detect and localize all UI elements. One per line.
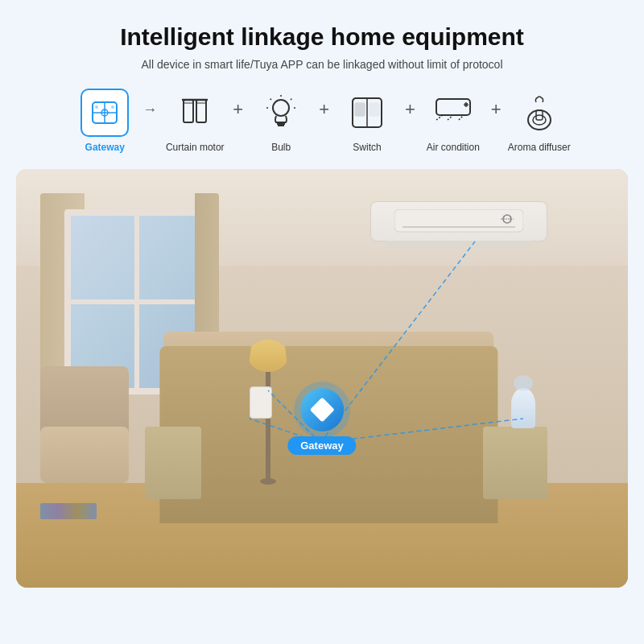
svg-point-5 [111, 105, 114, 109]
wall-switch [250, 386, 272, 419]
svg-rect-21 [355, 103, 365, 116]
ac-icon [394, 209, 523, 233]
svg-rect-23 [436, 99, 470, 115]
bulb-label: Bulb [271, 142, 291, 153]
device-air-condition: Air condition [417, 89, 489, 153]
aroma-diffuser-icon-wrap [515, 89, 564, 137]
books [40, 503, 97, 519]
switch-label: Switch [353, 142, 381, 153]
svg-point-4 [95, 105, 98, 109]
plus-4: + [491, 99, 502, 120]
nightstand-left [145, 427, 201, 499]
gateway-diamond [309, 397, 334, 422]
lamp-base [260, 478, 276, 485]
armchair-seat [40, 427, 129, 483]
curtain-motor-icon [177, 95, 213, 130]
gateway-circle [300, 388, 344, 431]
switch-icon [349, 95, 385, 130]
device-aroma-diffuser: Aroma diffuser [503, 89, 576, 153]
device-switch: Switch [331, 89, 403, 153]
gateway-center-hub: Gateway [287, 388, 356, 455]
gateway-label: Gateway [85, 142, 125, 153]
page-subtitle: All device in smart life/Tuya APP can be… [142, 58, 503, 71]
device-bulb: Bulb [245, 89, 317, 153]
gateway-badge: Gateway [287, 436, 356, 455]
air-condition-icon [435, 96, 472, 130]
aroma-diffuser-icon [525, 94, 554, 131]
devices-row: Gateway → Curtain motor + [16, 89, 628, 153]
lamp-stand [266, 362, 270, 483]
svg-point-11 [273, 100, 289, 116]
page-container: Intelligent linkage home equipment All d… [0, 0, 644, 644]
curtain-motor-label: Curtain motor [166, 142, 225, 153]
switch-icon-wrap [343, 89, 391, 137]
page-title: Intelligent linkage home equipment [120, 23, 524, 52]
gateway-icon-wrap [80, 89, 129, 137]
svg-rect-22 [369, 103, 379, 116]
curtain-motor-icon-wrap [171, 89, 219, 137]
ac-unit [370, 201, 547, 242]
aroma-diffuser-label: Aroma diffuser [508, 142, 571, 153]
plus-3: + [405, 99, 415, 120]
bulb-icon-wrap [257, 89, 305, 137]
plus-2: + [319, 99, 329, 120]
gateway-icon [89, 97, 120, 128]
bulb-icon [265, 95, 297, 130]
air-condition-label: Air condition [427, 142, 480, 153]
svg-line-15 [291, 99, 291, 100]
device-curtain-motor: Curtain motor [159, 89, 231, 153]
diffuser-mist [514, 375, 533, 391]
arrow-icon: → [142, 101, 157, 118]
lamp-shade [248, 340, 288, 372]
nightstand-right [483, 427, 547, 499]
svg-line-17 [270, 99, 271, 100]
aroma-diffuser-object [511, 388, 535, 428]
room-scene: Gateway [16, 169, 628, 588]
device-gateway: Gateway [68, 89, 141, 153]
air-condition-icon-wrap [429, 89, 477, 137]
plus-1: + [233, 99, 243, 120]
